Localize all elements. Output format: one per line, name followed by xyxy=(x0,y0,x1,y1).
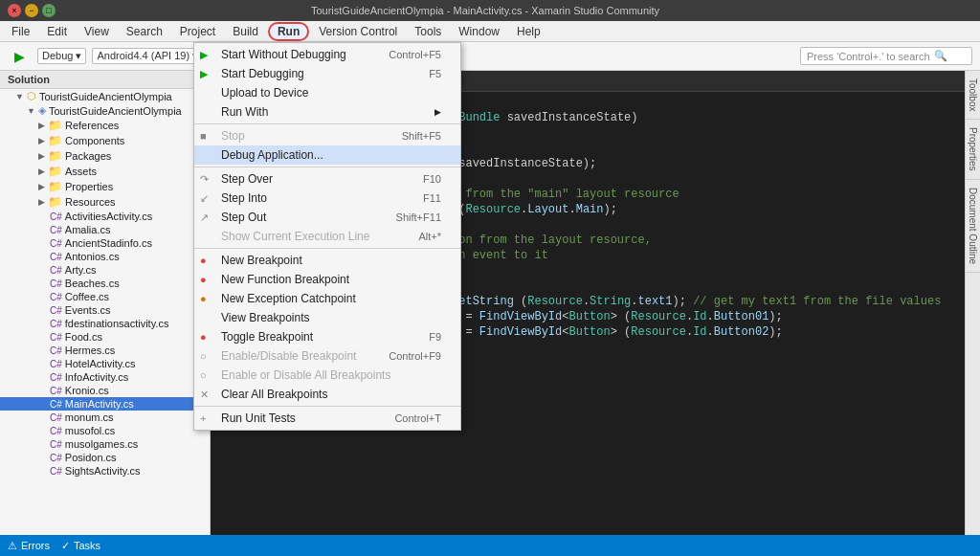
components-folder[interactable]: ▶ 📁 Components xyxy=(0,133,210,148)
sep3 xyxy=(194,248,460,249)
menu-run-with[interactable]: Run With xyxy=(194,102,460,122)
file-sightsactivity[interactable]: C# SightsActivity.cs xyxy=(0,464,210,478)
toolbox-tab[interactable]: Toolbox xyxy=(966,71,980,120)
menu-window[interactable]: Window xyxy=(451,22,507,41)
file-ancientstadinfo[interactable]: C# AncientStadinfo.cs xyxy=(0,236,210,250)
close-button[interactable]: × xyxy=(8,4,21,17)
window-controls[interactable]: × − □ xyxy=(8,4,56,17)
en-dis-bp-icon: ○ xyxy=(200,350,207,362)
file-musolgames[interactable]: C# musolgames.cs xyxy=(0,437,210,451)
minimize-button[interactable]: − xyxy=(25,4,38,17)
menu-tools[interactable]: Tools xyxy=(407,22,449,41)
document-outline-tab[interactable]: Document Outline xyxy=(966,180,980,273)
file-mainactivity[interactable]: C# MainActivity.cs xyxy=(0,397,210,411)
menu-step-over[interactable]: ↷ Step Over F10 xyxy=(194,169,460,189)
file-beaches[interactable]: C# Beaches.cs xyxy=(0,277,210,290)
menu-new-breakpoint[interactable]: ● New Breakpoint xyxy=(194,251,460,270)
references-folder[interactable]: ▶ 📁 References xyxy=(0,118,210,133)
menu-toggle-breakpoint[interactable]: ● Toggle Breakpoint F9 xyxy=(194,327,460,346)
run-unit-tests-label: Run Unit Tests xyxy=(221,411,296,425)
cs-icon11: C# xyxy=(50,345,62,356)
packages-label: Packages xyxy=(65,150,111,162)
solution-panel: Solution ▼ ⬡ TouristGuideAncientOlympia … xyxy=(0,71,211,535)
project-node[interactable]: ▼ ◈ TouristGuideAncientOlympia xyxy=(0,103,210,118)
file-musofol[interactable]: C# musofol.cs xyxy=(0,424,210,437)
menu-stop[interactable]: ■ Stop Shift+F5 xyxy=(194,126,460,145)
title-bar: × − □ TouristGuideAncientOlympia - MainA… xyxy=(0,0,980,21)
toggle-bp-icon: ● xyxy=(200,331,207,343)
assets-arrow: ▶ xyxy=(38,167,45,176)
debug-dropdown[interactable]: Debug ▾ xyxy=(37,48,86,64)
cs-icon13: C# xyxy=(50,372,62,383)
menu-view[interactable]: View xyxy=(77,22,117,41)
file-amalia[interactable]: C# Amalia.cs xyxy=(0,223,210,236)
menu-enable-disable-breakpoint[interactable]: ○ Enable/Disable Breakpoint Control+F9 xyxy=(194,346,460,366)
search-bar[interactable]: Press 'Control+.' to search 🔍 xyxy=(800,47,972,65)
menu-clear-all-breakpoints[interactable]: ✕ Clear All Breakpoints xyxy=(194,385,460,404)
menu-show-exec-line[interactable]: Show Current Execution Line Alt+* xyxy=(194,227,460,246)
file-coffee[interactable]: C# Coffee.cs xyxy=(0,290,210,303)
menu-project[interactable]: Project xyxy=(172,22,223,41)
file-monum[interactable]: C# monum.cs xyxy=(0,411,210,424)
expand-arrow: ▼ xyxy=(15,92,24,101)
folder-icon3: 📁 xyxy=(48,149,62,163)
menu-debug-application[interactable]: Debug Application... xyxy=(194,145,460,165)
assets-folder[interactable]: ▶ 📁 Assets xyxy=(0,164,210,179)
file-activitiesactivity[interactable]: C# ActivitiesActivity.cs xyxy=(0,210,210,223)
file-infoactivity[interactable]: C# InfoActivity.cs xyxy=(0,370,210,384)
file-posidon[interactable]: C# Posidon.cs xyxy=(0,451,210,464)
file-arty[interactable]: C# Arty.cs xyxy=(0,263,210,277)
tasks-status[interactable]: ✓ Tasks xyxy=(61,540,100,552)
properties-tab[interactable]: Properties xyxy=(966,120,980,180)
menu-new-exception-catchpoint[interactable]: ● New Exception Catchpoint xyxy=(194,289,460,308)
step-out-icon: ↗ xyxy=(200,211,209,224)
menu-build[interactable]: Build xyxy=(225,22,266,41)
menu-start-debugging[interactable]: ▶ Start Debugging F5 xyxy=(194,64,460,83)
file-kronio[interactable]: C# Kronio.cs xyxy=(0,384,210,397)
menu-file[interactable]: File xyxy=(4,22,37,41)
enable-disable-all-bp-label: Enable or Disable All Breakpoints xyxy=(221,368,390,382)
file-events[interactable]: C# Events.cs xyxy=(0,303,210,317)
menu-start-without-debug[interactable]: ▶ Start Without Debugging Control+F5 xyxy=(194,45,460,64)
file-hermes[interactable]: C# Hermes.cs xyxy=(0,344,210,357)
menu-upload-device[interactable]: Upload to Device xyxy=(194,83,460,102)
file-antonios[interactable]: C# Antonios.cs xyxy=(0,250,210,263)
cs-icon9: C# xyxy=(50,319,62,329)
new-exception-label: New Exception Catchpoint xyxy=(221,292,356,305)
comp-arrow: ▶ xyxy=(38,136,45,145)
packages-folder[interactable]: ▶ 📁 Packages xyxy=(0,148,210,164)
cs-icon16: C# xyxy=(50,412,62,423)
file-hotelactivity[interactable]: C# HotelActivity.cs xyxy=(0,357,210,370)
cs-icon4: C# xyxy=(50,252,62,262)
menu-help[interactable]: Help xyxy=(509,22,548,41)
menu-step-into[interactable]: ↙ Step Into F11 xyxy=(194,189,460,208)
file-fdestinations[interactable]: C# fdestinationsactivity.cs xyxy=(0,317,210,330)
props-arrow: ▶ xyxy=(38,182,45,191)
new-bp-icon: ● xyxy=(200,255,207,266)
solution-root[interactable]: ▼ ⬡ TouristGuideAncientOlympia xyxy=(0,89,210,103)
cs-icon15: C# xyxy=(50,399,62,410)
cs-icon7: C# xyxy=(50,292,62,302)
errors-status[interactable]: ⚠ Errors xyxy=(8,540,50,552)
menu-version-control[interactable]: Version Control xyxy=(311,22,405,41)
menu-run[interactable]: Run xyxy=(268,22,309,41)
start-debugging-label: Start Debugging xyxy=(221,67,304,80)
file-food[interactable]: C# Food.cs xyxy=(0,330,210,344)
menu-run-unit-tests[interactable]: + Run Unit Tests Control+T xyxy=(194,409,460,428)
cs-icon8: C# xyxy=(50,305,62,316)
window-title: TouristGuideAncientOlympia - MainActivit… xyxy=(56,5,915,16)
properties-folder[interactable]: ▶ 📁 Properties xyxy=(0,179,210,194)
maximize-button[interactable]: □ xyxy=(42,4,56,17)
menu-new-func-breakpoint[interactable]: ● New Function Breakpoint xyxy=(194,270,460,289)
pkg-arrow: ▶ xyxy=(38,151,45,161)
resources-folder[interactable]: ▶ 📁 Resources xyxy=(0,194,210,210)
android-dropdown[interactable]: Android4.4 (API 19) ▾ xyxy=(92,48,203,64)
menu-view-breakpoints[interactable]: View Breakpoints xyxy=(194,308,460,327)
menu-enable-disable-all-breakpoints[interactable]: ○ Enable or Disable All Breakpoints xyxy=(194,366,460,385)
menu-step-out[interactable]: ↗ Step Out Shift+F11 xyxy=(194,208,460,227)
cs-icon19: C# xyxy=(50,453,62,463)
start-debugging-icon: ▶ xyxy=(200,68,208,80)
play-button[interactable]: ▶ xyxy=(8,46,32,67)
menu-search[interactable]: Search xyxy=(119,22,170,41)
menu-edit[interactable]: Edit xyxy=(39,22,75,41)
